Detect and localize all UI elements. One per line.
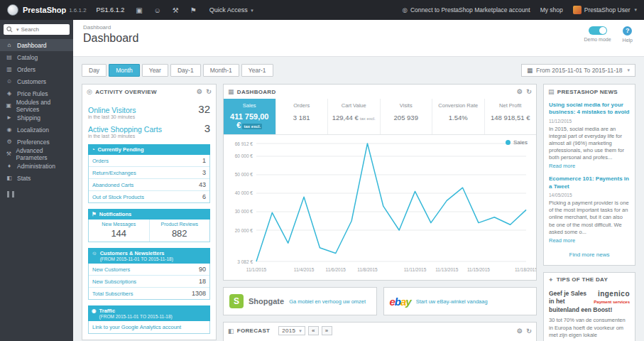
refresh-icon[interactable]: ↻ — [526, 88, 532, 95]
gear-icon[interactable]: ⚙ — [517, 328, 523, 335]
svg-text:11/4/2015: 11/4/2015 — [294, 267, 315, 272]
sidebar-item-advanced-parameters[interactable]: ⚒ Advanced Parameters — [0, 148, 73, 160]
pending-returns-row[interactable]: Return/Exchanges 3 — [89, 167, 209, 179]
legend-label: Sales — [513, 139, 528, 146]
svg-text:11/13/2015: 11/13/2015 — [435, 267, 458, 272]
shopgate-module-panel[interactable]: S Shopgate Ga mobiel en verhoog uw omzet — [223, 287, 377, 315]
traffic-icon: ◉ — [92, 308, 97, 314]
row-label: Orders — [92, 158, 109, 164]
gear-icon[interactable]: ⚙ — [197, 88, 202, 95]
kpi-orders[interactable]: Orders 3 181 — [275, 99, 328, 134]
kpi-net-profit[interactable]: Net Profit 148 918,51 € — [484, 99, 537, 134]
refresh-icon[interactable]: ↻ — [206, 88, 212, 95]
sidebar-item-modules[interactable]: ▣ Modules and Services — [0, 99, 73, 112]
sidebar-item-shipping[interactable]: ► Shipping — [0, 112, 73, 124]
help-button[interactable]: ? Help — [623, 26, 633, 43]
kpi-visits[interactable]: Visits 205 939 — [380, 99, 432, 134]
page-header: Dashboard Dashboard Demo mode ? Help — [73, 20, 644, 57]
google-analytics-link[interactable]: Link to your Google Analytics account — [88, 321, 210, 334]
kpi-label: Cart Value — [329, 102, 378, 109]
range-year-1-button[interactable]: Year-1 — [241, 64, 273, 77]
currently-pending-header[interactable]: ◔ Currently Pending — [88, 144, 210, 155]
shopgate-link[interactable]: Ga mobiel en verhoog uw omzet — [289, 298, 366, 305]
section-subtitle: (FROM 2015-11-01 TO 2015-11-18) — [100, 256, 173, 261]
new-subscriptions-row[interactable]: New Subscriptions 18 — [89, 276, 209, 288]
ebay-link[interactable]: Start uw eBay-winkel vandaag — [416, 298, 488, 305]
range-day-1-button[interactable]: Day-1 — [170, 64, 201, 77]
sidebar-item-orders[interactable]: ▥ Orders — [0, 63, 73, 75]
sales-line-chart[interactable]: 66 912 €60 000 €50 000 €40 000 €30 000 €… — [224, 136, 536, 278]
user-menu[interactable]: PrestaShop User ▾ — [573, 6, 637, 14]
news-article-title[interactable]: Ecommerce 101: Payments in a Tweet — [549, 175, 630, 190]
news-article-title[interactable]: Using social media for your business: 4 … — [549, 102, 630, 117]
sidebar-item-stats[interactable]: ◧ Stats — [0, 172, 73, 184]
marketplace-link[interactable]: ◎ Connect to PrestaShop Marketplace acco… — [403, 6, 530, 13]
demo-mode-toggle[interactable]: Demo mode — [584, 26, 611, 43]
my-shop-link[interactable]: My shop — [540, 6, 563, 13]
shop-name[interactable]: PS1.6.1.2 — [97, 6, 125, 13]
refresh-icon[interactable]: ↻ — [526, 328, 532, 335]
breadcrumb[interactable]: Dashboard — [83, 24, 634, 31]
calendar-icon: ▦ — [527, 67, 533, 74]
sidebar-search[interactable]: ▾ — [4, 24, 70, 35]
range-month-1-button[interactable]: Month-1 — [203, 64, 239, 77]
read-more-link[interactable]: Read more — [549, 237, 630, 244]
kpi-value: 148 918,51 € — [491, 114, 530, 121]
puzzle-icon: ▣ — [6, 102, 12, 109]
sidebar-item-label: Advanced Parameters — [16, 147, 67, 161]
date-range-picker[interactable]: ▦ From 2015-11-01 To 2015-11-18 ▾ — [521, 64, 635, 77]
svg-text:11/15/2015: 11/15/2015 — [467, 267, 490, 272]
online-visitors-metric[interactable]: Online Visitors 32 — [88, 103, 210, 115]
active-carts-metric[interactable]: Active Shopping Carts 3 — [88, 122, 210, 134]
sidebar-item-label: Preferences — [17, 139, 50, 146]
sidebar-item-label: Customers — [17, 78, 46, 85]
active-carts-label: Active Shopping Carts — [88, 125, 162, 134]
row-value: 1308 — [192, 290, 206, 297]
gear-icon[interactable]: ⚙ — [517, 88, 523, 95]
prev-year-button[interactable]: « — [308, 326, 319, 335]
cell-value: 144 — [90, 228, 148, 239]
new-customers-row[interactable]: New Customers 90 — [89, 264, 209, 276]
customers-newsletters-header[interactable]: ☺ Customers & Newsletters (FROM 2015-11-… — [88, 248, 210, 264]
traffic-header[interactable]: ◉ Traffic (FROM 2015-11-01 TO 2015-11-18… — [88, 305, 210, 321]
people-icon: ♦ — [6, 163, 13, 169]
active-carts-value: 3 — [204, 122, 210, 134]
quick-access-menu[interactable]: Quick Access ▾ — [209, 6, 253, 13]
sidebar-item-administration[interactable]: ♦ Administration — [0, 160, 73, 172]
range-day-button[interactable]: Day — [82, 64, 107, 77]
sidebar-item-price-rules[interactable]: ◈ Price Rules — [0, 87, 73, 99]
read-more-link[interactable]: Read more — [549, 163, 630, 169]
toggle-switch-icon[interactable] — [589, 26, 607, 35]
new-messages-cell[interactable]: New Messages 144 — [89, 220, 149, 242]
kpi-conversion-rate[interactable]: Conversion Rate 1.54% — [432, 99, 484, 134]
out-of-stock-row[interactable]: Out of Stock Products 6 — [89, 191, 209, 202]
flag-icon[interactable]: ⚑ — [190, 6, 197, 14]
sidebar-item-dashboard[interactable]: ⌂ Dashboard — [0, 39, 73, 51]
range-month-button[interactable]: Month — [109, 64, 140, 77]
next-year-button[interactable]: » — [322, 326, 332, 335]
chevron-down-icon[interactable]: ▾ — [16, 27, 19, 33]
svg-text:30 000 €: 30 000 € — [235, 209, 253, 214]
abandoned-carts-row[interactable]: Abandoned Carts 43 — [89, 179, 209, 191]
pending-orders-row[interactable]: Orders 1 — [89, 155, 209, 167]
online-visitors-label: Online Visitors — [88, 106, 136, 114]
sidebar-item-preferences[interactable]: ⚙ Preferences — [0, 136, 73, 148]
chart-legend[interactable]: Sales — [506, 139, 528, 146]
range-year-button[interactable]: Year — [142, 64, 168, 77]
find-more-news-link[interactable]: Find more news — [549, 250, 630, 260]
total-subscribers-row[interactable]: Total Subscribers 1308 — [89, 288, 209, 299]
kpi-sales[interactable]: Sales 411 759,00 €tax excl. — [224, 99, 275, 134]
sidebar-item-catalog[interactable]: ▤ Catalog — [0, 51, 73, 63]
cart-icon[interactable]: ▣ — [136, 6, 142, 14]
year-select[interactable]: 2015 ▾ — [278, 326, 305, 335]
sidebar-item-customers[interactable]: ☺ Customers — [0, 75, 73, 87]
ebay-module-panel[interactable]: ebay Start uw eBay-winkel vandaag — [383, 287, 537, 315]
kpi-cart-value[interactable]: Cart Value 129,44 €tax excl. — [327, 99, 380, 134]
sidebar-item-localization[interactable]: ◉ Localization — [0, 124, 73, 136]
search-input[interactable] — [21, 26, 67, 33]
product-reviews-cell[interactable]: Product Reviews 882 — [149, 220, 210, 242]
notifications-header[interactable]: ⚑ Notifications — [88, 209, 210, 220]
profile-icon[interactable]: ☺ — [154, 6, 161, 14]
wrench-icon[interactable]: ⚒ — [173, 6, 179, 14]
collapse-menu-icon[interactable] — [7, 191, 14, 197]
